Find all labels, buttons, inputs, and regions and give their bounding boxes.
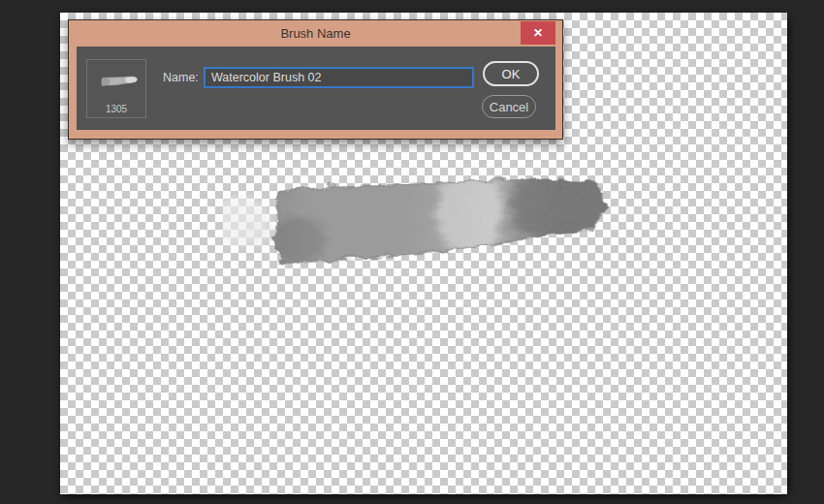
cancel-button[interactable]: Cancel xyxy=(482,95,536,118)
close-icon: ✕ xyxy=(533,27,543,39)
brush-name-dialog: Brush Name ✕ 1305 Name: OK Cancel xyxy=(68,19,563,140)
brush-preview: 1305 xyxy=(86,59,146,118)
name-label: Name: xyxy=(163,67,199,88)
brush-thumbnail-icon xyxy=(96,74,139,89)
photoshop-workspace: Brush Name ✕ 1305 Name: OK Cancel xyxy=(0,0,824,504)
dialog-titlebar[interactable]: Brush Name ✕ xyxy=(69,20,562,47)
dialog-title: Brush Name xyxy=(280,26,350,41)
close-button[interactable]: ✕ xyxy=(521,21,555,45)
dialog-body: 1305 Name: OK Cancel xyxy=(77,47,555,130)
ok-button[interactable]: OK xyxy=(483,61,539,86)
brush-name-input[interactable] xyxy=(204,67,474,88)
watercolor-brush-stroke xyxy=(223,165,630,281)
brush-size-label: 1305 xyxy=(87,104,145,114)
